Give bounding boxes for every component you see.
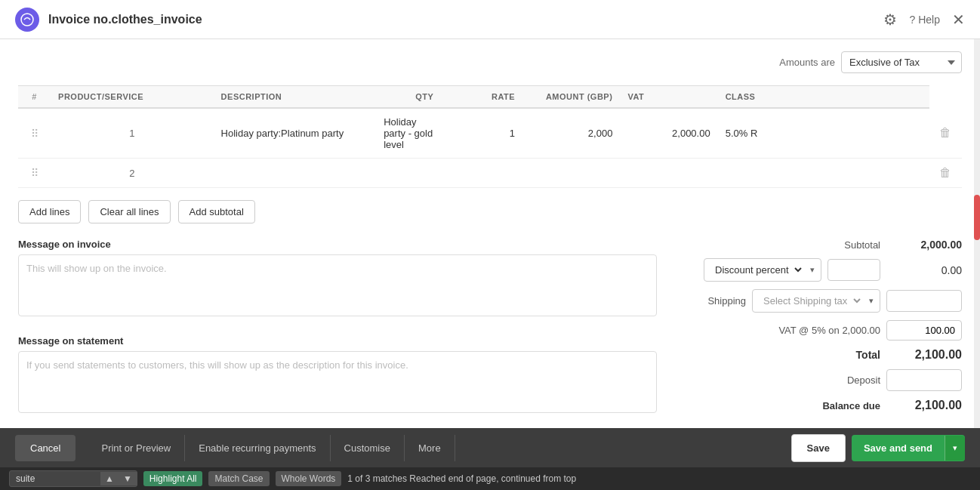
- discount-chevron-icon: ▾: [804, 260, 821, 279]
- shipping-select-wrap[interactable]: Select Shipping tax ▾: [752, 289, 880, 313]
- help-icon: ?: [909, 14, 915, 26]
- row-qty-1[interactable]: 1: [441, 108, 522, 159]
- subtotal-value: 2,000.00: [886, 239, 962, 251]
- customise-button[interactable]: Customise: [331, 435, 405, 461]
- amounts-are-row: Amounts are Exclusive of Tax Inclusive o…: [18, 51, 962, 73]
- col-amount-header: AMOUNT (GBP): [522, 86, 620, 109]
- balance-label: Balance due: [775, 400, 880, 411]
- row-rate-1[interactable]: 2,000: [522, 108, 620, 159]
- page-title: Invoice no.clothes_invoice: [48, 13, 883, 26]
- help-label: Help: [918, 14, 940, 26]
- scroll-thumb[interactable]: [974, 195, 980, 240]
- row-vat-1[interactable]: 5.0% R: [718, 108, 824, 159]
- balance-due-row: Balance due 2,100.00: [675, 399, 962, 412]
- scrollbar[interactable]: [974, 39, 980, 428]
- drag-handle-2[interactable]: ⠿: [18, 159, 51, 188]
- save-send-wrap: Save and send ▾: [852, 435, 965, 461]
- save-send-button[interactable]: Save and send: [852, 435, 945, 461]
- more-button[interactable]: More: [405, 435, 455, 461]
- amounts-are-select[interactable]: Exclusive of Tax Inclusive of Tax: [841, 51, 962, 73]
- print-preview-button[interactable]: Print or Preview: [88, 435, 185, 461]
- row-amount-2[interactable]: [620, 159, 717, 188]
- shipping-row: Shipping Select Shipping tax ▾: [675, 289, 962, 313]
- deposit-row: Deposit: [675, 369, 962, 391]
- shipping-amount-input[interactable]: [886, 290, 962, 312]
- summary-section: Message on invoice Message on statement …: [18, 239, 962, 420]
- add-subtotal-button[interactable]: Add subtotal: [178, 200, 255, 223]
- search-input[interactable]: [10, 471, 100, 486]
- vat-label: VAT @ 5% on 2,000.00: [729, 325, 880, 336]
- delete-row-2[interactable]: 🗑: [929, 159, 962, 188]
- save-button[interactable]: Save: [791, 434, 846, 462]
- row-product-1[interactable]: Holiday party:Platinum party: [214, 108, 377, 159]
- delete-row-1[interactable]: 🗑: [929, 108, 962, 159]
- row-qty-2[interactable]: [441, 159, 522, 188]
- search-bar: ▲ ▼ Highlight All Match Case Whole Words…: [0, 467, 980, 490]
- invoice-message-input[interactable]: [18, 254, 657, 316]
- drag-dots-1: ⠿: [31, 128, 39, 140]
- drag-handle-1[interactable]: ⠿: [18, 108, 51, 159]
- row-rate-2[interactable]: [522, 159, 620, 188]
- table-row: ⠿ 1 Holiday party:Platinum party Holiday…: [18, 108, 962, 159]
- clear-all-lines-button[interactable]: Clear all lines: [88, 200, 170, 223]
- balance-value: 2,100.00: [886, 399, 962, 412]
- discount-value: 0.00: [886, 264, 962, 276]
- col-rate-header: RATE: [441, 86, 522, 109]
- discount-type-select[interactable]: Discount percent Discount value: [704, 259, 804, 281]
- recurring-payments-button[interactable]: Enable recurring payments: [185, 435, 330, 461]
- statement-message-label: Message on statement: [18, 335, 657, 347]
- cancel-button[interactable]: Cancel: [15, 435, 76, 461]
- save-send-dropdown-button[interactable]: ▾: [945, 436, 965, 461]
- col-desc-header: DESCRIPTION: [214, 86, 377, 109]
- search-prev-button[interactable]: ▲: [100, 472, 119, 485]
- col-delete-header: [824, 86, 929, 109]
- row-desc-1[interactable]: Holiday party - gold level: [376, 108, 441, 159]
- amounts-are-label: Amounts are: [779, 57, 835, 68]
- main-content: Amounts are Exclusive of Tax Inclusive o…: [0, 39, 980, 428]
- highlight-all-button[interactable]: Highlight All: [143, 471, 203, 486]
- total-value: 2,100.00: [886, 348, 962, 362]
- row-class-2[interactable]: [824, 159, 929, 188]
- add-lines-button[interactable]: Add lines: [18, 200, 81, 223]
- discount-select-wrap[interactable]: Discount percent Discount value ▾: [704, 258, 821, 282]
- row-desc-2[interactable]: [376, 159, 441, 188]
- col-product-header: PRODUCT/SERVICE: [51, 86, 214, 109]
- delete-icon-1[interactable]: 🗑: [939, 126, 951, 140]
- search-next-button[interactable]: ▼: [119, 472, 137, 485]
- search-status: 1 of 3 matches Reached end of page, cont…: [347, 473, 576, 484]
- vat-input[interactable]: [886, 320, 962, 341]
- whole-words-button[interactable]: Whole Words: [276, 471, 342, 486]
- discount-input[interactable]: [827, 259, 880, 281]
- shipping-label: Shipping: [707, 295, 746, 307]
- table-row: ⠿ 2 🗑: [18, 159, 962, 188]
- messages-section: Message on invoice Message on statement: [18, 239, 657, 420]
- footer-links: Print or Preview Enable recurring paymen…: [88, 435, 790, 461]
- row-num-2: 2: [51, 159, 214, 188]
- col-vat-header: VAT: [620, 86, 717, 109]
- col-class-header: CLASS: [718, 86, 824, 109]
- col-hash-header: #: [18, 86, 51, 109]
- delete-icon-2[interactable]: 🗑: [939, 166, 951, 180]
- discount-row: Discount percent Discount value ▾ 0.00: [675, 258, 962, 282]
- match-case-button[interactable]: Match Case: [208, 471, 269, 486]
- col-qty-header: QTY: [376, 86, 441, 109]
- row-class-1[interactable]: [824, 108, 929, 159]
- total-row: Total 2,100.00: [675, 348, 962, 362]
- close-icon[interactable]: ✕: [952, 11, 965, 29]
- footer-right: Save Save and send ▾: [791, 434, 965, 462]
- search-input-wrap: ▲ ▼: [9, 470, 137, 487]
- invoice-message-label: Message on invoice: [18, 239, 657, 250]
- row-product-2[interactable]: [214, 159, 377, 188]
- header: Invoice no.clothes_invoice ⚙ ? Help ✕: [0, 0, 980, 39]
- shipping-chevron-icon: ▾: [863, 291, 880, 310]
- svg-point-0: [21, 14, 33, 26]
- statement-message-input[interactable]: [18, 351, 657, 413]
- drag-dots-2: ⠿: [31, 167, 39, 179]
- deposit-input[interactable]: [886, 369, 962, 391]
- shipping-tax-select[interactable]: Select Shipping tax: [753, 290, 863, 312]
- subtotal-label: Subtotal: [775, 239, 880, 251]
- help-button[interactable]: ? Help: [909, 14, 940, 26]
- row-vat-2[interactable]: [718, 159, 824, 188]
- settings-icon[interactable]: ⚙: [883, 11, 897, 29]
- row-amount-1[interactable]: 2,000.00: [620, 108, 717, 159]
